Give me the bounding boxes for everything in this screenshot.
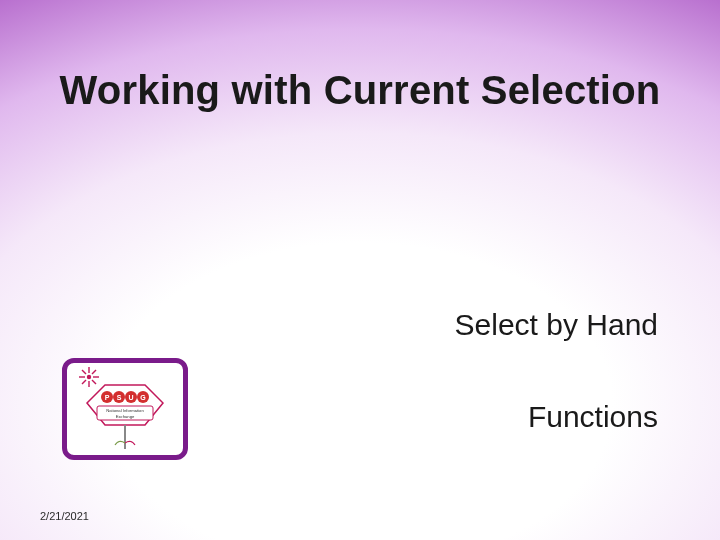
- logo-banner-line2: Exchange: [116, 414, 135, 419]
- logo-banner-line1: National Information: [106, 408, 144, 413]
- slide-title: Working with Current Selection: [0, 68, 720, 113]
- psug-logo: P S U G National Information Exchange: [67, 363, 183, 455]
- subtitle-functions: Functions: [528, 400, 658, 434]
- logo-frame: P S U G National Information Exchange: [62, 358, 188, 460]
- svg-line-7: [82, 380, 86, 384]
- svg-text:G: G: [140, 394, 146, 401]
- svg-text:P: P: [105, 394, 110, 401]
- svg-line-6: [92, 380, 96, 384]
- svg-text:U: U: [128, 394, 133, 401]
- svg-point-0: [87, 375, 91, 379]
- subtitle-select-by-hand: Select by Hand: [455, 308, 658, 342]
- svg-line-5: [82, 370, 86, 374]
- footer-date: 2/21/2021: [40, 510, 89, 522]
- svg-text:S: S: [117, 394, 122, 401]
- svg-line-8: [92, 370, 96, 374]
